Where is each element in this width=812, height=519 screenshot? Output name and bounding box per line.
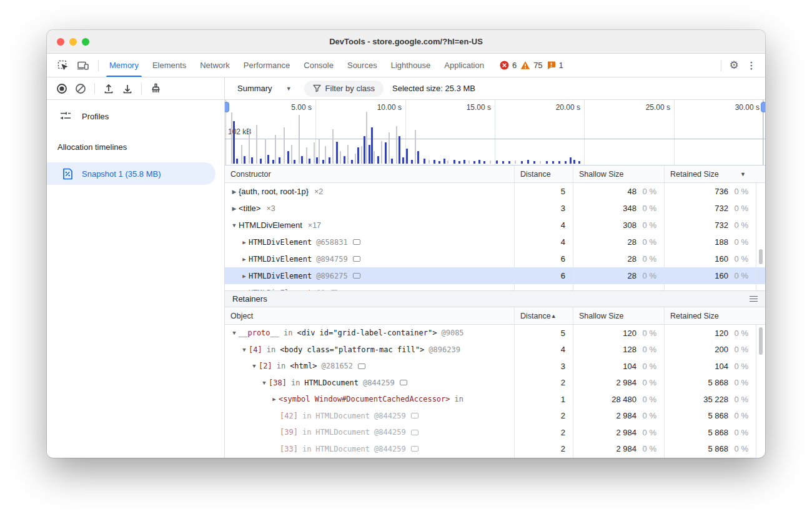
settings-gear-icon[interactable]: ⚙ (725, 57, 743, 74)
column-header-shallow-size[interactable]: Shallow Size (573, 166, 664, 182)
allocation-timeline-overview[interactable]: 5.00 s 10.00 s 15.00 s 20.00 s 25.00 s 3… (225, 100, 765, 166)
record-heap-icon[interactable] (53, 80, 71, 97)
constructor-scrollbar-thumb[interactable] (759, 249, 763, 264)
minimize-window-button[interactable] (69, 38, 77, 46)
tab-elements[interactable]: Elements (146, 54, 193, 77)
load-profile-icon[interactable] (100, 80, 117, 97)
reveal-in-summary-icon[interactable] (353, 239, 360, 245)
selection-handle-left[interactable] (225, 100, 226, 165)
sidebar-item-snapshot-1[interactable]: Snapshot 1 (35.8 MB) (47, 162, 215, 185)
devtools-tab-bar: Memory Elements Network Performance Cons… (47, 54, 765, 77)
instance-row-selected[interactable]: ▶HTMLDivElement@896275 6 280 % 1600 % (225, 267, 765, 284)
reveal-in-summary-icon[interactable] (358, 363, 365, 369)
tab-memory[interactable]: Memory (102, 54, 146, 77)
tab-sources[interactable]: Sources (340, 54, 384, 77)
retainer-row[interactable]: ▼[4]in<body class="platform-mac fill">@8… (225, 342, 765, 358)
heap-snapshot-icon (62, 168, 73, 180)
column-header-distance-sorted[interactable]: Distance ▲ (514, 307, 573, 324)
retainers-menu-icon[interactable] (750, 296, 758, 302)
divider (721, 60, 721, 71)
console-warnings-badge[interactable]: 75 (520, 61, 542, 70)
profiles-header: Profiles (47, 100, 224, 122)
reveal-in-summary-icon[interactable] (353, 273, 360, 279)
retainer-row[interactable]: ▶<symbol Window#DocumentCachedAccessor>i… (225, 391, 765, 408)
panel-tabs: Memory Elements Network Performance Cons… (102, 54, 491, 77)
devtools-window: DevTools - store.google.com/?hl=en-US Me… (47, 30, 765, 458)
constructor-row[interactable]: ▶<title>×3 3 3480 % 7320 % (225, 200, 765, 217)
constructor-grid: Constructor Distance Shallow Size Retain… (225, 166, 765, 290)
retainer-row-dimmed[interactable]: [33]inHTMLDocument@844259 2 2 9840 % 5 8… (225, 441, 765, 458)
sort-descending-icon: ▼ (740, 171, 746, 177)
issue-icon (547, 61, 556, 70)
reveal-in-summary-icon[interactable] (353, 256, 360, 262)
error-icon (500, 61, 509, 70)
retainer-row[interactable]: ▼__proto__in<div id="grid-label-containe… (225, 325, 765, 342)
constructor-grid-header: Constructor Distance Shallow Size Retain… (225, 166, 765, 183)
divider (98, 60, 99, 71)
title-bar: DevTools - store.google.com/?hl=en-US (47, 30, 765, 54)
device-toolbar-icon[interactable] (74, 57, 92, 74)
column-header-shallow-size[interactable]: Shallow Size (573, 307, 664, 324)
window-title: DevTools - store.google.com/?hl=en-US (329, 37, 483, 46)
column-header-retained-size[interactable]: Retained Size (664, 307, 756, 324)
tab-network[interactable]: Network (193, 54, 237, 77)
column-header-object[interactable]: Object (225, 307, 514, 324)
sort-ascending-icon: ▲ (551, 313, 557, 319)
column-header-distance[interactable]: Distance (514, 166, 573, 182)
inspect-element-icon[interactable] (54, 57, 72, 74)
instance-row[interactable]: ▶HTMLDivElement@894759 6 280 % 1600 % (225, 250, 765, 267)
retainer-row[interactable]: ▼[38]inHTMLDocument@844259 2 2 9840 % 5 … (225, 375, 765, 392)
traffic-lights (57, 30, 89, 53)
chevron-down-icon: ▼ (286, 86, 292, 92)
close-window-button[interactable] (57, 38, 64, 46)
memory-toolbar: Summary ▼ Filter by class Selected size:… (47, 77, 765, 100)
allocation-timelines-section-label: Allocation timelines (47, 142, 224, 152)
retainer-row-dimmed[interactable]: [39]inHTMLDocument@844259 2 2 9840 % 5 8… (225, 424, 765, 441)
retainer-row[interactable]: ▼[2]in<html>@281652 3 1040 % 1040 % (225, 358, 765, 375)
more-options-kebab-icon[interactable]: ⋮ (743, 57, 760, 74)
instance-row[interactable]: ▶HTMLDivElement@658831 4 280 % 1880 % (225, 234, 765, 250)
clear-profiles-icon[interactable] (72, 80, 89, 97)
selection-handle-right[interactable] (763, 100, 763, 165)
constructor-row[interactable]: ▶{auth, root, root-1p}×2 5 480 % 7360 % (225, 183, 765, 200)
tab-performance[interactable]: Performance (237, 54, 297, 77)
snapshot-label: Snapshot 1 (35.8 MB) (82, 169, 161, 179)
class-filter-input[interactable]: Filter by class (304, 81, 384, 97)
constructor-row-expanded[interactable]: ▼HTMLDivElement×17 4 3080 % 7320 % (225, 217, 765, 234)
instance-row-clipped[interactable]: ▶HTMLDivElement@8 (225, 284, 765, 290)
column-header-constructor[interactable]: Constructor (225, 166, 514, 182)
console-errors-badge[interactable]: 6 (500, 61, 517, 70)
column-header-retained-size[interactable]: Retained Size ▼ (664, 166, 756, 182)
tune-icon (59, 110, 72, 122)
filter-funnel-icon (313, 84, 321, 92)
retainer-row-dimmed[interactable]: [42]inHTMLDocument@844259 2 2 9840 % 5 8… (225, 408, 765, 425)
tab-console[interactable]: Console (297, 54, 340, 77)
profiles-label: Profiles (82, 112, 109, 121)
clean-garbage-broom-icon[interactable] (147, 80, 164, 97)
allocation-bars (225, 100, 765, 164)
retainers-grid: ▼__proto__in<div id="grid-label-containe… (225, 325, 765, 458)
retainers-scrollbar-thumb[interactable] (759, 327, 763, 355)
tab-application[interactable]: Application (437, 54, 491, 77)
warning-icon (520, 61, 530, 70)
save-profile-icon[interactable] (119, 80, 136, 97)
profiles-sidebar: Profiles Allocation timelines Snapshot 1… (47, 100, 225, 458)
tab-lighthouse[interactable]: Lighthouse (384, 54, 438, 77)
perspective-select[interactable]: Summary ▼ (234, 82, 295, 94)
reveal-in-summary-icon[interactable] (400, 380, 407, 385)
selected-size-label: Selected size: 25.3 MB (392, 84, 475, 93)
retainers-title: Retainers (232, 294, 267, 304)
divider (141, 83, 142, 94)
issues-badge[interactable]: 1 (547, 61, 563, 70)
retainers-section-header: Retainers (225, 290, 765, 307)
zoom-window-button[interactable] (82, 38, 89, 46)
divider (94, 83, 95, 94)
retainers-grid-header: Object Distance ▲ Shallow Size Retained … (225, 307, 765, 325)
